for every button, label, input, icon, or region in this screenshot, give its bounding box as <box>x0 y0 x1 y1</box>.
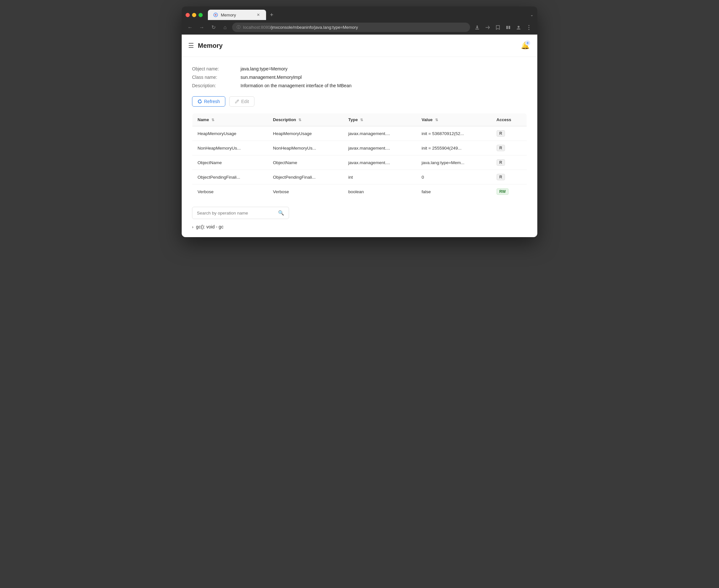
access-badge: R <box>497 159 505 166</box>
edit-button[interactable]: Edit <box>229 96 255 107</box>
traffic-lights <box>185 13 203 17</box>
url-display: localhost:8080/jmxconsole/mbeaninfo/java… <box>243 25 465 30</box>
cell-type: javax.management.... <box>343 141 416 155</box>
fullscreen-traffic-light[interactable] <box>199 13 203 17</box>
cell-access: R <box>492 155 527 170</box>
operation-label: gc(): void - gc <box>196 224 223 229</box>
back-button[interactable]: ← <box>185 23 195 32</box>
class-name-label: Class name: <box>192 75 241 80</box>
browser-chrome: Memory ✕ + ⌄ ← → ↻ ⌂ ⓘ localhost:8080/jm… <box>182 6 537 35</box>
cell-value: false <box>416 185 492 199</box>
address-bar-row: ← → ↻ ⌂ ⓘ localhost:8080/jmxconsole/mbea… <box>182 20 537 35</box>
access-badge: R <box>497 130 505 136</box>
col-name[interactable]: Name ⇅ <box>192 113 268 126</box>
share-button[interactable] <box>483 23 492 32</box>
bookmark-button[interactable] <box>493 23 502 32</box>
tab-bar: Memory ✕ + ⌄ <box>182 6 537 20</box>
access-badge: RW <box>497 188 509 195</box>
reload-button[interactable]: ↻ <box>209 23 218 32</box>
cell-name: ObjectPendingFinali... <box>192 170 268 185</box>
col-value[interactable]: Value ⇅ <box>416 113 492 126</box>
col-name-label: Name <box>198 117 209 122</box>
refresh-button[interactable]: Refresh <box>192 96 225 107</box>
refresh-icon <box>198 99 202 104</box>
tab-label: Memory <box>221 13 236 18</box>
close-traffic-light[interactable] <box>185 13 190 17</box>
menu-button[interactable]: ☰ <box>188 42 194 49</box>
cell-access: RW <box>492 185 527 199</box>
access-badge: R <box>497 174 505 180</box>
col-access-label: Access <box>497 117 512 122</box>
object-name-value: java.lang:type=Memory <box>241 66 287 71</box>
description-row: Description: Information on the manageme… <box>192 81 527 90</box>
cell-value: 0 <box>416 170 492 185</box>
description-value: Information on the management interface … <box>241 83 352 88</box>
table-row[interactable]: NonHeapMemoryUs... NonHeapMemoryUs... ja… <box>192 141 527 155</box>
browser-toolbar <box>473 23 534 32</box>
home-button[interactable]: ⌂ <box>220 23 229 32</box>
cell-description: HeapMemoryUsage <box>268 126 343 141</box>
class-name-row: Class name: sun.management.MemoryImpl <box>192 73 527 81</box>
operation-item[interactable]: › gc(): void - gc <box>192 224 527 229</box>
address-bar[interactable]: ⓘ localhost:8080/jmxconsole/mbeaninfo/ja… <box>232 23 470 32</box>
table-body: HeapMemoryUsage HeapMemoryUsage javax.ma… <box>192 126 527 199</box>
col-value-label: Value <box>422 117 433 122</box>
forward-button[interactable]: → <box>197 23 206 32</box>
cell-type: int <box>343 170 416 185</box>
search-section: 🔍 › gc(): void - gc <box>192 207 527 229</box>
reader-button[interactable] <box>504 23 513 32</box>
new-tab-button[interactable]: + <box>267 12 276 18</box>
col-type-label: Type <box>348 117 358 122</box>
col-description[interactable]: Description ⇅ <box>268 113 343 126</box>
download-button[interactable] <box>473 23 482 32</box>
sort-icon-name: ⇅ <box>212 118 214 122</box>
sort-icon-description: ⇅ <box>298 118 301 122</box>
cell-type: javax.management.... <box>343 126 416 141</box>
tab-dropdown-button[interactable]: ⌄ <box>530 13 534 17</box>
actions-row: Refresh Edit <box>192 96 527 107</box>
table-row[interactable]: Verbose Verbose boolean false RW <box>192 185 527 199</box>
svg-rect-3 <box>508 26 510 29</box>
access-badge: R <box>497 145 505 151</box>
object-name-label: Object name: <box>192 66 241 71</box>
search-input[interactable] <box>197 211 276 215</box>
cell-description: Verbose <box>268 185 343 199</box>
attributes-table: Name ⇅ Description ⇅ Type ⇅ Value <box>192 113 527 199</box>
col-access: Access <box>492 113 527 126</box>
active-tab[interactable]: Memory ✕ <box>208 10 266 20</box>
sort-icon-value: ⇅ <box>435 118 438 122</box>
col-type[interactable]: Type ⇅ <box>343 113 416 126</box>
description-label: Description: <box>192 83 241 88</box>
address-info-icon: ⓘ <box>237 24 241 30</box>
table-row[interactable]: ObjectPendingFinali... ObjectPendingFina… <box>192 170 527 185</box>
svg-point-5 <box>528 25 530 26</box>
table-row[interactable]: HeapMemoryUsage HeapMemoryUsage javax.ma… <box>192 126 527 141</box>
page-header: ☰ Memory 🔔 0 <box>182 35 537 57</box>
svg-point-7 <box>528 29 530 30</box>
edit-icon <box>235 99 239 104</box>
svg-point-6 <box>528 27 530 28</box>
chevron-right-icon: › <box>192 225 193 229</box>
page-body: Object name: java.lang:type=Memory Class… <box>182 57 537 237</box>
svg-point-4 <box>518 26 520 28</box>
sort-icon-type: ⇅ <box>360 118 363 122</box>
url-path: /jmxconsole/mbeaninfo/java.lang:type=Mem… <box>270 25 358 30</box>
notification-button[interactable]: 🔔 0 <box>519 40 531 51</box>
search-icon: 🔍 <box>278 210 284 216</box>
header-left: ☰ Memory <box>188 42 223 49</box>
cell-type: boolean <box>343 185 416 199</box>
cell-value: init = 2555904(249... <box>416 141 492 155</box>
search-box: 🔍 <box>192 207 289 219</box>
tab-close-button[interactable]: ✕ <box>256 12 261 18</box>
cell-description: ObjectPendingFinali... <box>268 170 343 185</box>
cell-name: HeapMemoryUsage <box>192 126 268 141</box>
more-options-button[interactable] <box>524 23 534 32</box>
profile-button[interactable] <box>514 23 523 32</box>
cell-type: javax.management.... <box>343 155 416 170</box>
cell-description: ObjectName <box>268 155 343 170</box>
cell-description: NonHeapMemoryUs... <box>268 141 343 155</box>
minimize-traffic-light[interactable] <box>192 13 196 17</box>
col-description-label: Description <box>273 117 296 122</box>
svg-rect-2 <box>506 26 508 29</box>
table-row[interactable]: ObjectName ObjectName javax.management..… <box>192 155 527 170</box>
